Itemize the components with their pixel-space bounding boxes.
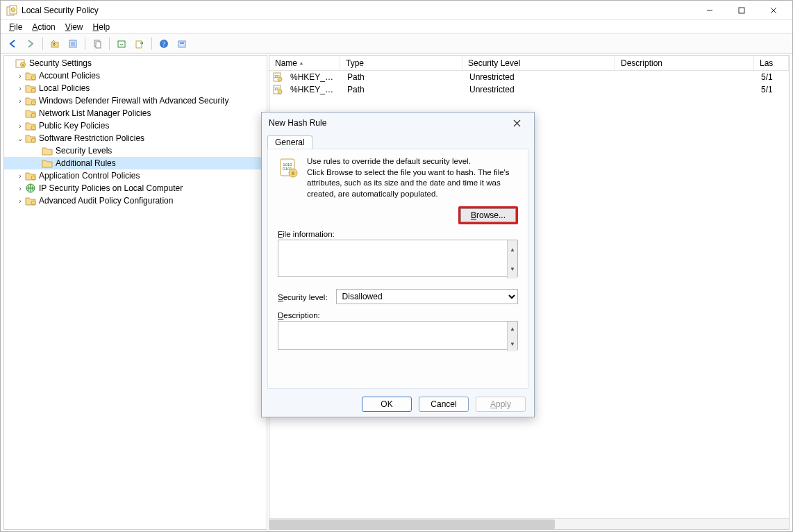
col-name[interactable]: Name▴ [269, 56, 340, 70]
expander-icon[interactable]: › [15, 122, 25, 130]
svg-point-23 [31, 76, 35, 80]
description-label: Description: [278, 311, 518, 319]
tree-item[interactable]: ›Windows Defender Firewall with Advanced… [4, 94, 267, 107]
security-level-select[interactable]: Disallowed [336, 289, 518, 304]
tree-item-label: Public Key Policies [39, 121, 109, 131]
col-description[interactable]: Description [615, 56, 754, 70]
svg-point-24 [31, 88, 35, 92]
table-row[interactable]: 101%HKEY_LOC...PathUnrestricted5/1 [269, 71, 789, 83]
cancel-button[interactable]: Cancel [419, 397, 469, 412]
scroll-down-icon[interactable]: ▼ [507, 337, 517, 352]
menu-view[interactable]: View [61, 22, 87, 33]
tree-item[interactable]: ›IP Security Policies on Local Computer [4, 182, 267, 194]
tree-item-label: Additional Rules [56, 158, 116, 168]
options-button[interactable] [174, 36, 190, 51]
export-button[interactable] [132, 36, 147, 51]
copy-button[interactable] [90, 36, 105, 51]
tree-item-label: Network List Manager Policies [39, 108, 151, 118]
svg-rect-7 [51, 42, 58, 47]
expander-icon[interactable]: › [15, 85, 25, 92]
tree-item[interactable]: Security Levels [4, 144, 267, 157]
sort-indicator-icon: ▴ [300, 60, 303, 66]
svg-rect-19 [180, 42, 184, 44]
tree-pane[interactable]: Security Settings ›Account Policies›Loca… [3, 55, 267, 530]
svg-point-25 [31, 101, 35, 105]
menu-help[interactable]: Help [89, 22, 115, 33]
description-field[interactable] [278, 321, 518, 350]
scroll-up-icon[interactable]: ▲ [507, 322, 517, 337]
forward-button[interactable] [23, 36, 38, 51]
app-icon [6, 5, 17, 16]
horizontal-scrollbar[interactable] [269, 518, 789, 529]
cell-name: %HKEY_LOC... [285, 72, 342, 82]
tree-item[interactable]: ⌄Software Restriction Policies [4, 132, 267, 144]
expander-icon[interactable]: ⌄ [15, 135, 25, 142]
tree-item[interactable]: ›Account Policies [4, 69, 267, 82]
folder-icon [25, 195, 36, 206]
svg-point-29 [31, 176, 35, 180]
properties-button[interactable] [65, 36, 81, 51]
menubar: File Action View Help [1, 20, 792, 34]
folder-icon [25, 183, 36, 194]
close-button[interactable] [758, 1, 790, 20]
tree-item[interactable]: Network List Manager Policies [4, 107, 267, 119]
col-last-modified[interactable]: Las [754, 56, 789, 70]
new-hash-rule-dialog: New Hash Rule General 10100101 Use rules… [261, 112, 535, 417]
expander-icon[interactable]: › [15, 197, 25, 205]
tree-item[interactable]: ›Application Control Policies [4, 169, 267, 182]
svg-rect-44 [292, 172, 294, 175]
cell-last-modified: 5/1 [756, 72, 789, 82]
svg-point-37 [278, 90, 282, 94]
expander-icon[interactable]: › [15, 97, 25, 105]
browse-button-highlight: Browse... [458, 206, 518, 224]
dialog-close-button[interactable] [506, 114, 527, 132]
menu-file[interactable]: File [5, 22, 26, 33]
tab-general[interactable]: General [267, 135, 312, 149]
expander-icon[interactable]: › [15, 172, 25, 180]
tree-item-label: IP Security Policies on Local Computer [39, 183, 183, 193]
tree-item-label: Advanced Audit Policy Configuration [39, 196, 173, 206]
expander-icon[interactable]: › [15, 72, 25, 80]
tree-item[interactable]: ›Public Key Policies [4, 119, 267, 132]
back-button[interactable] [5, 36, 20, 51]
up-button[interactable] [47, 36, 62, 51]
menu-action[interactable]: Action [28, 22, 59, 33]
col-type[interactable]: Type [340, 56, 462, 70]
tree-root[interactable]: Security Settings [4, 57, 267, 69]
tree-item[interactable]: ›Local Policies [4, 82, 267, 94]
scrollbar-thumb[interactable] [269, 519, 555, 529]
toolbar-separator [109, 38, 110, 50]
table-row[interactable]: 101%HKEY_LOC...PathUnrestricted5/1 [269, 83, 789, 96]
toolbar-separator [42, 38, 43, 50]
ok-button[interactable]: OK [362, 397, 412, 412]
cell-type: Path [342, 85, 464, 94]
dialog-titlebar: New Hash Rule [262, 113, 534, 133]
help-button[interactable]: ? [156, 36, 172, 51]
folder-icon [25, 170, 36, 181]
svg-point-28 [31, 138, 35, 142]
browse-button[interactable]: Browse... [460, 208, 516, 222]
security-level-label: Security level: [278, 293, 328, 301]
tree-item[interactable]: ›Advanced Audit Policy Configuration [4, 194, 267, 207]
minimize-button[interactable] [694, 1, 726, 20]
rule-icon: 101 [272, 72, 283, 83]
folder-icon [25, 95, 36, 106]
tree-item[interactable]: Additional Rules [4, 157, 267, 169]
toolbar-separator [151, 38, 152, 50]
scroll-down-icon[interactable]: ▼ [507, 260, 517, 279]
cell-security: Unrestricted [464, 72, 617, 82]
dialog-title: New Hash Rule [269, 118, 506, 128]
col-security-level[interactable]: Security Level [462, 56, 615, 70]
scroll-up-icon[interactable]: ▲ [507, 240, 517, 260]
svg-rect-15 [136, 41, 142, 48]
tree-item-label: Software Restriction Policies [39, 133, 144, 143]
apply-button[interactable]: Apply [476, 397, 526, 412]
file-information-field[interactable] [278, 240, 518, 277]
maximize-button[interactable] [726, 1, 758, 20]
refresh-button[interactable] [114, 36, 129, 51]
app-window: Local Security Policy File Action View H… [0, 0, 793, 532]
svg-point-2 [11, 8, 15, 12]
expander-icon[interactable]: › [15, 185, 25, 192]
tree-item-label: Local Policies [39, 83, 90, 93]
folder-icon [42, 158, 53, 169]
